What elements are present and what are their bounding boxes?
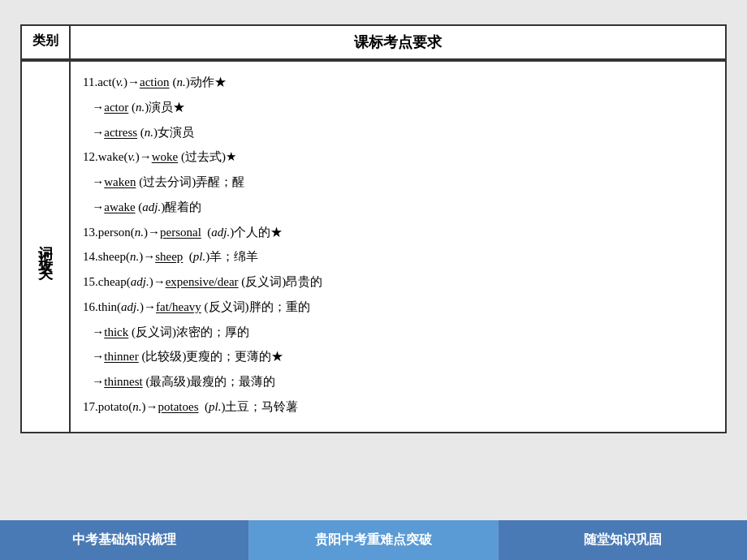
category-cell: 词汇攻关 [22,62,71,432]
col-category-header: 类别 [22,26,71,60]
entry-thinnest-word: thinnest [104,375,143,388]
entry-cheap-word: expensive/dear [166,275,239,288]
entry-waken: →waken (过去分词)弄醒；醒 [83,170,322,195]
entry-potato-word: potatoes [158,400,199,413]
entry-15-cheap: 15.cheap(adj.)→expensive/dear (反义词)昂贵的 [83,269,322,295]
entry-waken-prefix: → [83,175,104,188]
entry-actor: →actor (n.)演员★ [83,95,322,120]
entry-14-sheep: 14.sheep(n.)→sheep (pl.)羊；绵羊 [83,244,322,269]
entry-actress-prefix: → [83,126,104,139]
entry-thinner: →thinner (比较级)更瘦的；更薄的★ [83,344,322,369]
entry-waken-word: waken [104,175,136,188]
nav-item-3[interactable]: 随堂知识巩固 [499,520,747,560]
table-body: 词汇攻关 11.act(v.)→action (n.)动作★ →actor (n… [22,62,725,432]
entry-actor-prefix: → [83,101,104,114]
entry-thick-word: thick [104,325,128,338]
entry-thinnest: →thinnest (最高级)最瘦的；最薄的 [83,369,322,394]
entry-personal-word: personal [160,226,201,239]
entry-11-word: action [140,75,170,88]
nav-item-1-label: 中考基础知识梳理 [72,532,176,546]
entry-sheep-word: sheep [155,250,183,263]
entry-awake: →awake (adj.)醒着的 [83,195,322,220]
entry-cheap-rest: (反义词)昂贵的 [239,275,323,288]
nav-item-2-label: 贵阳中考重难点突破 [315,532,432,546]
entry-16-thin: 16.thin(adj.)→fat/heavy (反义词)胖的；重的 [83,295,322,320]
entry-wake-prefix: 12.wake(v.)→ [83,150,152,163]
entry-actor-rest: (n.)演员★ [128,101,185,114]
entry-thinner-word: thinner [104,350,139,363]
entry-sheep-prefix: 14.sheep(n.)→ [83,250,155,263]
entry-12-wake: 12.wake(v.)→woke (过去式)★ [83,144,322,170]
nav-item-1[interactable]: 中考基础知识梳理 [0,520,249,560]
entry-actress: →actress (n.)女演员 [83,120,322,145]
entry-awake-rest: (adj.)醒着的 [136,200,202,213]
entry-11-act: 11.act(v.)→action (n.)动作★ [83,70,322,95]
entry-thick-rest: (反义词)浓密的；厚的 [128,325,249,338]
entry-personal-prefix: 13.person(n.)→ [83,226,160,239]
main-table: 类别 课标考点要求 词汇攻关 11.act(v.)→action (n.)动作★… [20,24,727,433]
entry-17-potato: 17.potato(n.)→potatoes (pl.)土豆；马铃薯 [83,394,322,420]
category-header-label: 类别 [32,33,58,47]
entry-awake-word: awake [104,200,135,213]
content-header-label: 课标考点要求 [354,34,442,50]
table-header: 类别 课标考点要求 [22,26,725,62]
nav-item-2[interactable]: 贵阳中考重难点突破 [249,520,499,560]
entry-cheap-prefix: 15.cheap(adj.)→ [83,275,166,288]
entry-thin-prefix: 16.thin(adj.)→ [83,300,156,313]
entry-thinner-prefix: → [83,350,104,363]
entry-wake-rest: (过去式)★ [178,150,236,163]
entry-sheep-rest: (pl.)羊；绵羊 [183,250,258,263]
entry-11-rest: (n.)动作★ [170,75,227,88]
entry-wake-word: woke [152,150,179,163]
entry-thin-rest: (反义词)胖的；重的 [201,300,310,313]
entry-actress-rest: (n.)女演员 [137,126,194,139]
entry-thick: →thick (反义词)浓密的；厚的 [83,320,322,345]
entry-thinnest-prefix: → [83,375,104,388]
entry-thinnest-rest: (最高级)最瘦的；最薄的 [143,375,276,388]
entry-thinner-rest: (比较级)更瘦的；更薄的★ [139,350,284,363]
entry-potato-rest: (pl.)土豆；马铃薯 [199,400,299,413]
entry-thin-word: fat/heavy [156,300,201,313]
entry-personal-rest: (adj.)个人的★ [201,226,283,239]
category-value: 词汇攻关 [32,234,58,260]
entry-actor-word: actor [104,101,128,114]
nav-item-3-label: 随堂知识巩固 [584,532,662,546]
entry-awake-prefix: → [83,200,104,213]
entry-waken-rest: (过去分词)弄醒；醒 [136,175,244,188]
entry-thick-prefix: → [83,325,104,338]
content-cell: 11.act(v.)→action (n.)动作★ →actor (n.)演员★… [71,62,335,432]
entry-potato-prefix: 17.potato(n.)→ [83,400,158,413]
entry-13-personal: 13.person(n.)→personal (adj.)个人的★ [83,220,322,245]
col-content-header: 课标考点要求 [71,26,725,60]
entry-11-prefix: 11.act(v.)→ [83,75,140,88]
bottom-nav: 中考基础知识梳理 贵阳中考重难点突破 随堂知识巩固 [0,520,747,560]
entry-actress-word: actress [104,126,137,139]
